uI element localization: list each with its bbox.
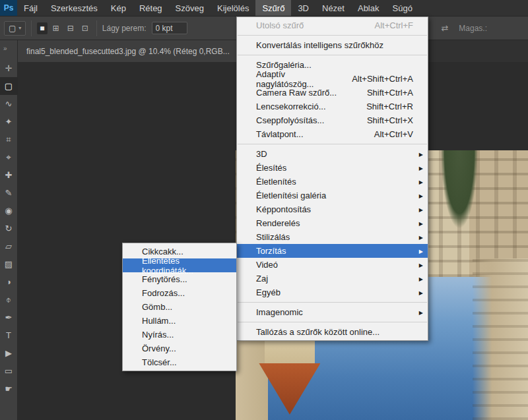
tool-icon: ✚ xyxy=(5,170,13,180)
filter-menu-item[interactable]: Imagenomic ▶ xyxy=(237,305,428,319)
filter-menu-item[interactable]: Életlenítési galéria ▶ xyxy=(237,189,428,202)
document-tab[interactable]: final5_blended_fusecutted3.jpg @ 10.4% (… xyxy=(18,40,239,62)
filter-menu-item[interactable]: ▶ xyxy=(238,35,427,36)
eraser-tool[interactable]: ▱ xyxy=(0,237,18,255)
menubar-item-label: Súgó xyxy=(393,3,412,13)
filter-menu-item[interactable]: Cseppfolyósítás... Shift+Ctrl+X ▶ xyxy=(237,113,428,127)
menu-item-label: Örvény... xyxy=(142,344,176,353)
marquee-tool-icon: ▢ xyxy=(9,24,16,33)
menu-item-label: Cseppfolyósítás... xyxy=(256,115,324,125)
crop-tool[interactable]: ⌗ xyxy=(0,131,18,148)
quick-selection-tool[interactable]: ✦ xyxy=(0,113,18,131)
feather-label: Lágy perem: xyxy=(102,24,147,33)
menubar-item[interactable]: Súgó xyxy=(386,0,419,16)
menubar-item[interactable]: Nézet xyxy=(315,0,351,16)
filter-menu-item[interactable]: ▶ xyxy=(238,144,427,144)
menu-item-label: Tölcsér... xyxy=(142,357,177,367)
swap-dimensions-icon[interactable]: ⇄ xyxy=(441,23,448,33)
shape-tool[interactable]: ▭ xyxy=(0,362,18,380)
rectangular-marquee-tool[interactable]: ▢ xyxy=(0,77,18,95)
tool-icon: ⌖ xyxy=(6,152,11,163)
submenu-item[interactable]: Ellentétes koordináták... xyxy=(123,258,236,272)
filter-menu-item[interactable]: Lencsekorrekció... Shift+Ctrl+R ▶ xyxy=(237,100,428,113)
submenu-item[interactable]: Tölcsér... xyxy=(123,355,236,369)
submenu-item[interactable]: Hullám... xyxy=(123,314,236,328)
clone-stamp-tool[interactable]: ◉ xyxy=(0,202,18,220)
menubar-item[interactable]: Szöveg xyxy=(169,0,211,16)
filter-menu-item[interactable]: Adaptív nagylátószög... Alt+Shift+Ctrl+A… xyxy=(237,72,428,86)
filter-menu-item[interactable]: ▶ xyxy=(238,302,427,303)
menu-item-shortcut: Shift+Ctrl+R xyxy=(350,102,413,111)
filter-menu-item[interactable]: Torzítás ▶ xyxy=(237,244,428,258)
pen-tool[interactable]: ✒ xyxy=(0,309,18,326)
collapse-panel-icon[interactable]: » xyxy=(3,40,7,59)
submenu-arrow-icon: ▶ xyxy=(419,234,423,240)
intersect-selection-icon[interactable]: ⊡ xyxy=(79,22,91,34)
chevron-down-icon: ▾ xyxy=(18,25,21,31)
type-tool[interactable]: T xyxy=(0,326,18,344)
menubar-item-label: Kép xyxy=(111,3,126,13)
filter-menu-item[interactable]: Konvertálás intelligens szűrőkhöz ▶ xyxy=(237,38,428,52)
menu-item-label: Stilizálás xyxy=(256,232,290,242)
filter-menu-item[interactable]: Egyéb ▶ xyxy=(237,285,428,299)
menubar-item-label: 3D xyxy=(298,3,309,13)
submenu-arrow-icon: ▶ xyxy=(419,220,423,226)
menubar-item[interactable]: Ablak xyxy=(351,0,386,16)
subtract-from-selection-icon[interactable]: ⊟ xyxy=(65,22,77,34)
filter-menu-item[interactable]: Utolsó szűrő Alt+Ctrl+F ▶ xyxy=(237,18,428,32)
menubar-item[interactable]: Szerkesztés xyxy=(44,0,104,16)
menubar-item[interactable]: Kép xyxy=(104,0,133,16)
tool-icon: ⌗ xyxy=(6,135,11,145)
filter-menu-item[interactable]: 3D ▶ xyxy=(237,147,428,161)
submenu-item[interactable]: Fodrozás... xyxy=(123,286,236,300)
submenu-arrow-icon: ▶ xyxy=(419,179,423,185)
menubar-item-label: Ablak xyxy=(358,3,380,13)
filter-menu-item[interactable]: Életlenítés ▶ xyxy=(237,175,428,189)
tool-icon: T xyxy=(6,330,11,340)
lasso-tool[interactable]: ∿ xyxy=(0,95,18,113)
filter-menu-item[interactable]: Renderelés ▶ xyxy=(237,216,428,230)
filter-menu-item[interactable]: Stilizálás ▶ xyxy=(237,230,428,244)
feather-input[interactable] xyxy=(152,22,187,34)
spot-healing-brush-tool[interactable]: ✚ xyxy=(0,166,18,184)
filter-menu-item[interactable]: Élesítés ▶ xyxy=(237,161,428,175)
path-selection-tool[interactable]: ▶ xyxy=(0,344,18,362)
menu-item-shortcut: Shift+Ctrl+X xyxy=(351,115,413,125)
gradient-tool[interactable]: ▨ xyxy=(0,255,18,273)
filter-menu-item[interactable]: ▶ xyxy=(238,55,427,55)
history-brush-tool[interactable]: ↻ xyxy=(0,220,18,237)
filter-menu-item[interactable]: Képpontosítás ▶ xyxy=(237,202,428,216)
add-to-selection-icon[interactable]: ⊞ xyxy=(50,22,62,34)
move-tool[interactable]: ✛ xyxy=(0,59,18,77)
submenu-item[interactable]: Örvény... xyxy=(123,342,236,355)
brush-tool[interactable]: ✎ xyxy=(0,184,18,202)
menu-item-label: Zaj xyxy=(256,274,268,284)
blur-tool[interactable]: ◑ xyxy=(0,273,18,291)
filter-menu-item[interactable]: Zaj ▶ xyxy=(237,272,428,285)
submenu-item[interactable]: Fénytörés... xyxy=(123,272,236,286)
tool-icon: ▶ xyxy=(5,348,12,358)
new-selection-icon[interactable]: ■ xyxy=(37,22,47,34)
filter-menu-item[interactable]: Camera Raw szűrő... Shift+Ctrl+A ▶ xyxy=(237,86,428,100)
menubar-item[interactable]: Szűrő xyxy=(255,0,291,16)
filter-menu: Utolsó szűrő Alt+Ctrl+F ▶ ▶ Konvertálás … xyxy=(236,16,428,341)
menubar-item[interactable]: Réteg xyxy=(133,0,169,16)
menubar-item[interactable]: Fájl xyxy=(17,0,44,16)
menubar-item[interactable]: 3D xyxy=(291,0,315,16)
eyedropper-tool[interactable]: ⌖ xyxy=(0,148,18,166)
tool-preset-button[interactable]: ▢ ▾ xyxy=(4,21,26,36)
filter-menu-item[interactable]: Tallózás a szűrők között online... ▶ xyxy=(237,325,428,339)
dodge-tool[interactable]: ⌽ xyxy=(0,291,18,309)
filter-menu-item[interactable]: Videó ▶ xyxy=(237,258,428,272)
submenu-arrow-icon: ▶ xyxy=(419,248,423,254)
menubar-item[interactable]: Kijelölés xyxy=(211,0,255,16)
filter-menu-item[interactable]: Távlatpont... Alt+Ctrl+V ▶ xyxy=(237,127,428,141)
menu-item-label: Egyéb xyxy=(256,287,280,297)
toolbar-tools: ✛ ▢ ∿ ✦ ⌗ ⌖ ✚ xyxy=(0,59,18,398)
menu-item-label: Lencsekorrekció... xyxy=(256,102,326,111)
filter-menu-item[interactable]: ▶ xyxy=(238,322,427,322)
submenu-item[interactable]: Nyírás... xyxy=(123,328,236,342)
hand-tool[interactable]: ☛ xyxy=(0,380,18,398)
submenu-arrow-icon: ▶ xyxy=(419,276,423,282)
submenu-item[interactable]: Gömb... xyxy=(123,300,236,314)
